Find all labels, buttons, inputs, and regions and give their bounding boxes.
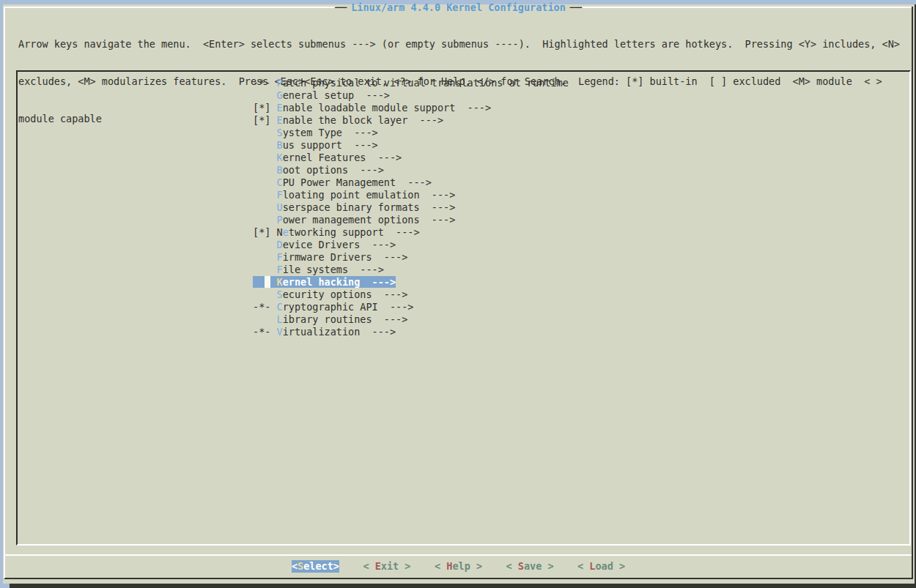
menu-item-patch-physical-to-virtual-translations-at-runtime[interactable]: -*- Patch physical to virtual translatio… xyxy=(253,77,909,89)
submenu-arrow: ---> xyxy=(348,264,384,275)
item-status-prefix xyxy=(253,139,277,151)
terminal-screen: ──Linux/arm 4.4.0 Kernel Configuration──… xyxy=(3,4,916,588)
button-bar: <Select>< Exit >< Help >< Save >< Load > xyxy=(5,560,912,573)
item-hotkey-letter: K xyxy=(277,152,283,163)
menu-item-boot-options[interactable]: Boot options ---> xyxy=(253,164,909,176)
menu-item-userspace-binary-formats[interactable]: Userspace binary formats ---> xyxy=(253,201,909,214)
menu-item-enable-the-block-layer[interactable]: [*] Enable the block layer ---> xyxy=(253,114,909,127)
item-status-prefix: [*] xyxy=(253,102,277,113)
load-button[interactable]: < Load > xyxy=(577,560,625,573)
item-label: us support xyxy=(283,139,342,151)
item-hotkey-letter: E xyxy=(277,102,283,113)
exit-button[interactable]: < Exit > xyxy=(363,560,410,573)
item-label: nable loadable module support xyxy=(283,102,456,113)
save-button[interactable]: < Save > xyxy=(506,560,554,573)
item-status-prefix xyxy=(253,152,277,163)
submenu-arrow: ---> xyxy=(372,313,408,325)
button-label-rest: oad > xyxy=(595,560,625,572)
menu-item-cryptographic-api[interactable]: -*- Cryptographic API ---> xyxy=(253,301,909,313)
dialog-title: ──Linux/arm 4.4.0 Kernel Configuration── xyxy=(335,1,582,14)
menu-item-virtualization[interactable]: -*- Virtualization ---> xyxy=(253,326,909,338)
item-status-prefix: [*] xyxy=(253,114,277,126)
menu-item-enable-loadable-module-support[interactable]: [*] Enable loadable module support ---> xyxy=(253,102,909,114)
menu-item-kernel-hacking[interactable]: Kernel hacking ---> xyxy=(253,276,909,289)
submenu-arrow: ---> xyxy=(360,326,396,338)
dialog-top-border-left xyxy=(5,7,336,8)
submenu-arrow: ---> xyxy=(366,152,402,163)
dialog-top-border-right xyxy=(582,7,912,8)
item-hotkey-letter: G xyxy=(277,89,283,101)
button-bracket-open: < xyxy=(363,560,374,572)
submenu-arrow: ---> xyxy=(342,127,378,138)
menu-item-security-options[interactable]: Security options ---> xyxy=(253,289,909,301)
button-bracket-open: < xyxy=(435,560,446,572)
submenu-arrow: ---> xyxy=(348,164,384,176)
button-label-rest: xit > xyxy=(381,560,411,572)
item-label-start: N xyxy=(277,226,283,238)
item-hotkey-letter: B xyxy=(277,164,283,176)
item-label: ystem Type xyxy=(283,127,342,138)
item-hotkey-letter: L xyxy=(277,313,283,325)
item-status-prefix xyxy=(253,251,277,263)
menu-item-device-drivers[interactable]: Device Drivers ---> xyxy=(253,239,909,251)
item-label: tworking support xyxy=(289,226,384,238)
submenu-arrow: ---> xyxy=(384,226,420,238)
menu-item-general-setup[interactable]: General setup ---> xyxy=(253,89,909,102)
item-hotkey-letter: S xyxy=(277,289,283,300)
page-title: Linux/arm 4.4.0 Kernel Configuration xyxy=(347,1,570,13)
submenu-arrow: ---> xyxy=(420,189,456,201)
menu-item-library-routines[interactable]: Library routines ---> xyxy=(253,313,909,326)
button-bracket-open: < xyxy=(292,560,298,572)
submenu-arrow: ---> xyxy=(360,276,396,288)
menu-item-bus-support[interactable]: Bus support ---> xyxy=(253,139,909,152)
submenu-arrow: ---> xyxy=(420,201,456,213)
item-status-prefix xyxy=(253,214,277,226)
button-label-rest: ave > xyxy=(524,560,554,572)
submenu-arrow: ---> xyxy=(455,102,491,113)
item-label: serspace binary formats xyxy=(283,201,420,213)
menu-item-cpu-power-management[interactable]: CPU Power Management ---> xyxy=(253,176,909,189)
menu-listbox: -*- Patch physical to virtual translatio… xyxy=(16,70,911,546)
item-hotkey-letter: C xyxy=(277,176,283,188)
item-hotkey-letter: B xyxy=(277,139,283,151)
item-hotkey-letter: P xyxy=(277,214,283,226)
item-label: ryptographic API xyxy=(283,301,378,313)
item-label: eneral setup xyxy=(283,89,355,101)
item-label: PU Power Management xyxy=(283,176,396,188)
submenu-arrow: ---> xyxy=(372,289,408,300)
item-label: oot options xyxy=(283,164,348,176)
menu-item-networking-support[interactable]: [*] Networking support ---> xyxy=(253,226,909,239)
help-button[interactable]: < Help > xyxy=(435,560,482,573)
item-label: ile systems xyxy=(283,264,348,275)
item-status-prefix: -*- xyxy=(253,301,277,313)
button-bracket-open: < xyxy=(506,560,518,572)
item-label: ecurity options xyxy=(283,289,372,300)
item-status-prefix xyxy=(253,176,277,188)
button-hotkey-letter: E xyxy=(375,560,381,572)
item-label: irtualization xyxy=(283,326,361,338)
menu-item-power-management-options[interactable]: Power management options ---> xyxy=(253,214,909,226)
menuconfig-dialog: ──Linux/arm 4.4.0 Kernel Configuration──… xyxy=(4,7,913,579)
selection-highlight: Kernel hacking ---> xyxy=(253,276,396,288)
submenu-arrow: ---> xyxy=(378,301,414,313)
item-label: ernel hacking xyxy=(283,276,361,288)
menu-item-floating-point-emulation[interactable]: Floating point emulation ---> xyxy=(253,189,909,201)
select-button[interactable]: <Select> xyxy=(292,560,339,573)
item-status-prefix xyxy=(253,164,277,176)
submenu-arrow: ---> xyxy=(372,251,408,263)
item-hotkey-letter: K xyxy=(277,276,283,288)
item-status-prefix xyxy=(253,189,277,201)
menu-item-system-type[interactable]: System Type ---> xyxy=(253,127,909,139)
button-label-rest: elp > xyxy=(452,560,482,572)
item-status-prefix xyxy=(253,201,277,213)
item-hotkey-letter: U xyxy=(277,201,283,213)
menu-item-file-systems[interactable]: File systems ---> xyxy=(253,264,909,276)
menu-item-kernel-features[interactable]: Kernel Features ---> xyxy=(253,152,909,164)
item-status-prefix xyxy=(253,313,277,325)
submenu-arrow: ---> xyxy=(420,214,456,226)
help-text-line-1: Arrow keys navigate the menu. <Enter> se… xyxy=(18,38,900,51)
item-hotkey-letter: F xyxy=(277,189,283,201)
menu-item-firmware-drivers[interactable]: Firmware Drivers ---> xyxy=(253,251,909,264)
title-dash-left: ── xyxy=(335,1,347,13)
item-status-prefix xyxy=(253,264,277,275)
